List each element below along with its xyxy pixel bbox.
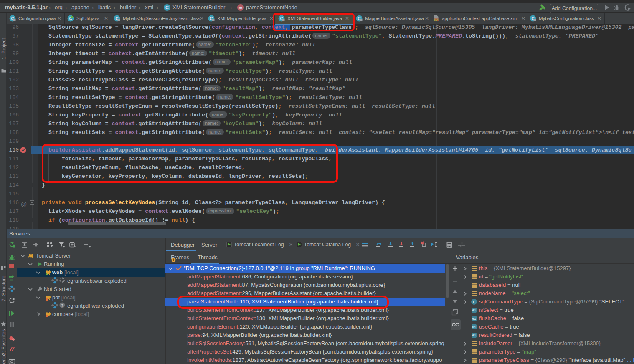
svg-text:m: m: [239, 5, 243, 10]
svg-text:C: C: [165, 5, 169, 10]
svg-text:01: 01: [472, 326, 476, 329]
svg-text:01: 01: [472, 317, 476, 321]
svg-text:E: E: [473, 300, 475, 304]
svg-text:?: ?: [61, 303, 63, 308]
svg-text:01: 01: [472, 334, 476, 337]
svg-text:01: 01: [472, 309, 476, 312]
